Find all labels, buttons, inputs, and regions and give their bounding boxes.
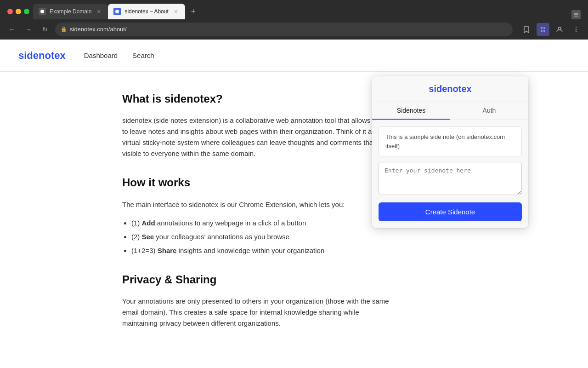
section2-list: (1) Add annotations to any webpage in a …: [122, 218, 395, 256]
traffic-light-fullscreen[interactable]: [24, 9, 29, 14]
section1-body: sidenotex (side notes extension) is a co…: [122, 115, 395, 159]
forward-button[interactable]: →: [22, 23, 35, 36]
section2-intro: The main interface to sidenotex is our C…: [122, 199, 395, 210]
svg-rect-3: [543, 30, 545, 32]
popup-tabs: Sidenotes Auth: [372, 102, 528, 120]
reload-button[interactable]: ↻: [39, 23, 51, 36]
extensions-button[interactable]: [537, 23, 549, 36]
article-body: What is sidenotex? sidenotex (side notes…: [0, 72, 413, 355]
bookmark-button[interactable]: [520, 23, 533, 36]
sidenote-sample: This is a sample side note (on sidenotex…: [379, 126, 522, 156]
tab-example-domain[interactable]: Example Domain ×: [33, 4, 108, 19]
svg-point-7: [576, 31, 577, 32]
back-button[interactable]: ←: [6, 23, 18, 36]
tab-favicon-example: [39, 8, 46, 15]
traffic-light-close[interactable]: [7, 9, 13, 14]
svg-point-6: [576, 29, 577, 29]
section1-heading: What is sidenotex?: [122, 90, 395, 108]
section3-body: Your annotations are only presented to o…: [122, 296, 395, 329]
tab-label-example: Example Domain: [50, 8, 91, 15]
svg-point-5: [576, 26, 577, 27]
list-item-share: (1+2=3) Share insights and knowledge wit…: [131, 245, 395, 256]
nav-search[interactable]: Search: [132, 52, 154, 59]
url-bar[interactable]: 🔒 sidenotex.com/about/: [55, 23, 513, 36]
site-nav: Dashboard Search: [84, 52, 154, 59]
popup-header: sidenotex: [372, 76, 528, 102]
popup-tab-sidenotes[interactable]: Sidenotes: [372, 102, 450, 120]
list-item-see: (2) See your colleagues' annotations as …: [131, 231, 395, 242]
profile-button[interactable]: [553, 23, 566, 36]
tab-label-sidenotex: sidenotex – About: [124, 8, 168, 15]
tab-close-sidenotex[interactable]: ×: [172, 8, 180, 15]
page-content: sidenotex Dashboard Search What is siden…: [0, 40, 588, 368]
section2-heading: How it works: [122, 174, 395, 191]
list-item-add: (1) Add annotations to any webpage in a …: [131, 218, 395, 229]
create-sidenote-button[interactable]: Create Sidenote: [379, 202, 522, 221]
tab-favicon-sidenotex: [113, 8, 121, 15]
svg-rect-1: [543, 27, 545, 29]
traffic-light-minimize[interactable]: [16, 9, 21, 14]
extension-popup: sidenotex Sidenotes Auth This is a sampl…: [372, 76, 528, 228]
tab-close-example[interactable]: ×: [95, 8, 102, 15]
url-text: sidenotex.com/about/: [70, 26, 507, 33]
popup-tab-auth[interactable]: Auth: [450, 102, 528, 120]
svg-rect-2: [541, 30, 543, 32]
popup-title: sidenotex: [379, 84, 521, 94]
svg-rect-0: [541, 27, 543, 29]
site-header: sidenotex Dashboard Search: [0, 40, 588, 72]
popup-body: This is a sample side note (on sidenotex…: [372, 120, 528, 228]
nav-dashboard[interactable]: Dashboard: [84, 52, 118, 59]
menu-button[interactable]: [570, 23, 582, 36]
lock-icon: 🔒: [61, 26, 67, 32]
sidenote-textarea[interactable]: [379, 162, 522, 195]
new-tab-button[interactable]: +: [187, 5, 200, 18]
svg-point-4: [558, 27, 561, 30]
tab-sidenotex[interactable]: sidenotex – About ×: [108, 4, 185, 19]
site-logo[interactable]: sidenotex: [18, 50, 66, 62]
tab-expand-button[interactable]: [571, 10, 581, 19]
section3-heading: Privacy & Sharing: [122, 271, 395, 288]
